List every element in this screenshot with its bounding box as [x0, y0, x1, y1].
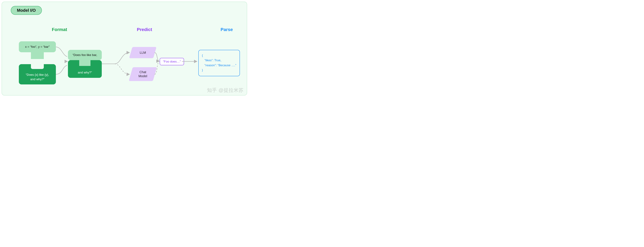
- format-filled-slot-inner: [79, 60, 90, 66]
- predict-chatmodel-node: Chat Model: [129, 67, 157, 81]
- format-vars-tab: [31, 52, 44, 59]
- section-header-format: Format: [52, 27, 67, 32]
- format-template-line2: and why?”: [19, 77, 56, 81]
- predict-chat-label-line1: Chat: [138, 70, 147, 74]
- parse-line4: }: [202, 68, 236, 72]
- parse-line1: {: [202, 53, 236, 58]
- format-filled-line2: and why?”: [68, 71, 102, 74]
- diagram-canvas: Model I/O Format Predict Parse x = “foo”…: [2, 1, 247, 95]
- watermark-text: 知乎 @提拉米苏: [207, 87, 244, 94]
- format-template-line1: “Does {x} like {y},: [19, 72, 56, 77]
- predict-chat-label-line2: Model: [138, 74, 147, 78]
- section-header-predict: Predict: [137, 27, 152, 32]
- predict-llm-node: LLM: [129, 47, 156, 58]
- parse-line2: “likes”: True,: [202, 58, 236, 63]
- parse-output-box: { “likes”: True, “reason”: “Because ….” …: [198, 50, 240, 76]
- parse-line3: “reason”: “Because ….”: [202, 63, 236, 68]
- diagram-title-pill: Model I/O: [11, 6, 42, 15]
- predict-llm-label: LLM: [140, 51, 146, 55]
- format-filled-block-top: “Does foo like bar,: [68, 50, 102, 60]
- section-header-parse: Parse: [220, 27, 233, 32]
- predict-output-pill: “Foo does…”: [160, 58, 184, 65]
- format-template-slot: [31, 64, 44, 69]
- format-vars-block: x = “foo”, y = “bar”: [19, 41, 56, 52]
